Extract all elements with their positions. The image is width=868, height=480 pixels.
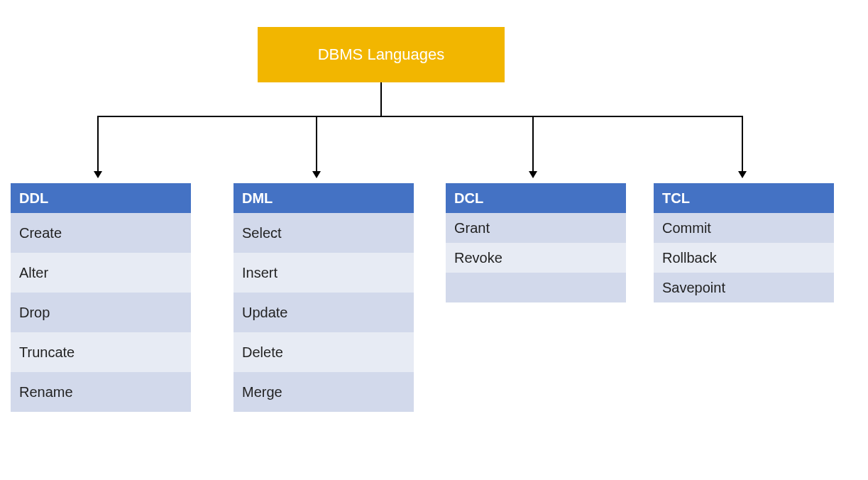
category-header: DML <box>234 183 414 213</box>
category-item: Rename <box>11 372 191 412</box>
category-header: TCL <box>654 183 834 213</box>
category-item: Merge <box>234 372 414 412</box>
category-item: Alter <box>11 253 191 293</box>
category-item: Grant <box>446 213 626 243</box>
connector-vert-3 <box>532 116 534 171</box>
category-item: Rollback <box>654 243 834 273</box>
category-header: DCL <box>446 183 626 213</box>
category-ddl: DDLCreateAlterDropTruncateRename <box>11 183 191 412</box>
connector-vert-4 <box>742 116 743 171</box>
category-dml: DMLSelectInsertUpdateDeleteMerge <box>234 183 414 412</box>
category-item <box>446 273 626 302</box>
connector-vert-2 <box>316 116 317 171</box>
category-header: DDL <box>11 183 191 213</box>
category-item: Savepoint <box>654 273 834 302</box>
category-item: Drop <box>11 293 191 332</box>
category-item: Insert <box>234 253 414 293</box>
connector-vert-1 <box>97 116 99 171</box>
category-item: Revoke <box>446 243 626 273</box>
category-item: Truncate <box>11 332 191 372</box>
category-item: Commit <box>654 213 834 243</box>
connector-horizontal <box>97 116 742 117</box>
connector-vert-top <box>380 82 382 116</box>
category-dcl: DCLGrantRevoke <box>446 183 626 302</box>
arrow-head-4 <box>738 171 747 178</box>
category-tcl: TCLCommitRollbackSavepoint <box>654 183 834 302</box>
arrow-head-1 <box>94 171 102 178</box>
arrow-head-2 <box>312 171 321 178</box>
category-item: Select <box>234 213 414 253</box>
root-title: DBMS Languages <box>318 45 445 64</box>
category-item: Create <box>11 213 191 253</box>
category-item: Update <box>234 293 414 332</box>
root-node: DBMS Languages <box>258 27 505 82</box>
arrow-head-3 <box>529 171 537 178</box>
category-item: Delete <box>234 332 414 372</box>
